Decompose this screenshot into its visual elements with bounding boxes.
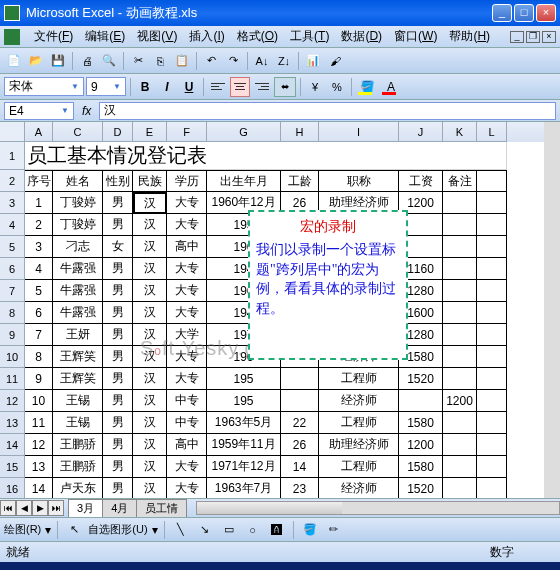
sort-desc-button[interactable]: Z↓	[274, 51, 294, 71]
cell[interactable]: 汉	[133, 456, 167, 478]
cell[interactable]: 经济师	[319, 390, 399, 412]
oval-button[interactable]: ○	[243, 520, 263, 540]
cell[interactable]: 195	[207, 368, 281, 390]
sheet-tab[interactable]: 员工情	[136, 499, 187, 517]
cell[interactable]: 14	[281, 456, 319, 478]
cell[interactable]	[477, 192, 507, 214]
preview-button[interactable]: 🔍	[99, 51, 119, 71]
cell[interactable]: 14	[25, 478, 53, 498]
row-header[interactable]: 6	[0, 258, 24, 280]
cell[interactable]: 男	[103, 412, 133, 434]
cell[interactable]: 牛露强	[53, 280, 103, 302]
cell[interactable]: 汉	[133, 324, 167, 346]
cell[interactable]: 助理经济师	[319, 434, 399, 456]
cell[interactable]: 汉	[133, 192, 167, 214]
cell[interactable]: 汉	[133, 236, 167, 258]
row-header[interactable]: 8	[0, 302, 24, 324]
cell[interactable]	[477, 456, 507, 478]
cell[interactable]	[443, 214, 477, 236]
cell[interactable]: 男	[103, 390, 133, 412]
cell[interactable]	[281, 390, 319, 412]
cell[interactable]	[443, 478, 477, 498]
drawing-button[interactable]: 🖌	[325, 51, 345, 71]
cell[interactable]: 汉	[133, 434, 167, 456]
cell[interactable]: 民族	[133, 170, 167, 192]
row-header[interactable]: 9	[0, 324, 24, 346]
maximize-button[interactable]: □	[514, 4, 534, 22]
cell[interactable]: 大专	[167, 478, 207, 498]
col-header[interactable]: G	[207, 122, 281, 142]
cell[interactable]	[477, 324, 507, 346]
cell[interactable]: 男	[103, 192, 133, 214]
cell[interactable]: 刁志	[53, 236, 103, 258]
align-right-button[interactable]	[252, 77, 272, 97]
cell[interactable]: 经济师	[319, 478, 399, 498]
line-button[interactable]: ╲	[171, 520, 191, 540]
percent-button[interactable]: %	[327, 77, 347, 97]
row-header[interactable]: 4	[0, 214, 24, 236]
tab-nav-button[interactable]: ⏭	[48, 500, 64, 516]
cell[interactable]: 汉	[133, 214, 167, 236]
cell[interactable]: 大学	[167, 324, 207, 346]
undo-button[interactable]: ↶	[201, 51, 221, 71]
underline-button[interactable]: U	[179, 77, 199, 97]
cell[interactable]: 8	[25, 346, 53, 368]
cell[interactable]: 大专	[167, 214, 207, 236]
cell[interactable]	[443, 302, 477, 324]
cell[interactable]: 男	[103, 456, 133, 478]
col-header[interactable]: K	[443, 122, 477, 142]
cell[interactable]: 1200	[443, 390, 477, 412]
cell[interactable]: 13	[25, 456, 53, 478]
cell[interactable]: 男	[103, 280, 133, 302]
menu-i[interactable]: 插入(I)	[183, 27, 230, 45]
row-header[interactable]: 13	[0, 412, 24, 434]
menu-v[interactable]: 视图(V)	[131, 27, 183, 45]
cell[interactable]	[399, 390, 443, 412]
bold-button[interactable]: B	[135, 77, 155, 97]
font-size-combo[interactable]: 9▼	[86, 77, 126, 96]
cell[interactable]: 男	[103, 434, 133, 456]
arrow-button[interactable]: ↘	[195, 520, 215, 540]
col-header[interactable]: H	[281, 122, 319, 142]
tab-nav-button[interactable]: ⏮	[0, 500, 16, 516]
cell[interactable]: 汉	[133, 368, 167, 390]
app-icon[interactable]	[4, 29, 20, 45]
new-button[interactable]: 📄	[4, 51, 24, 71]
row-header[interactable]: 5	[0, 236, 24, 258]
cell[interactable]: 5	[25, 280, 53, 302]
select-all[interactable]	[0, 122, 24, 142]
cell[interactable]: 10	[25, 390, 53, 412]
menu-f[interactable]: 文件(F)	[28, 27, 79, 45]
cell[interactable]: 备注	[443, 170, 477, 192]
minimize-button[interactable]: _	[492, 4, 512, 22]
col-header[interactable]: A	[25, 122, 53, 142]
cell[interactable]: 1963年7月	[207, 478, 281, 498]
cell[interactable]: 1	[25, 192, 53, 214]
name-box[interactable]: E4▼	[4, 102, 74, 120]
cell[interactable]: 高中	[167, 236, 207, 258]
cell[interactable]	[443, 412, 477, 434]
cell[interactable]: 6	[25, 302, 53, 324]
cell[interactable]: 1200	[399, 434, 443, 456]
cell[interactable]: 汉	[133, 346, 167, 368]
cell[interactable]: 牛露强	[53, 302, 103, 324]
cell[interactable]: 大专	[167, 280, 207, 302]
cell[interactable]: 卢天东	[53, 478, 103, 498]
fx-icon[interactable]: fx	[82, 104, 91, 118]
cell[interactable]	[477, 478, 507, 498]
autoshapes-menu[interactable]: 自选图形(U)	[88, 522, 147, 537]
row-header[interactable]: 1	[0, 142, 24, 170]
cell[interactable]: 2	[25, 214, 53, 236]
cell[interactable]: 工程师	[319, 368, 399, 390]
cell[interactable]	[281, 368, 319, 390]
chart-button[interactable]: 📊	[303, 51, 323, 71]
cell[interactable]: 汉	[133, 390, 167, 412]
cell[interactable]	[443, 236, 477, 258]
cell[interactable]	[477, 390, 507, 412]
cell[interactable]: 王锡	[53, 390, 103, 412]
cut-button[interactable]: ✂	[128, 51, 148, 71]
cell[interactable]: 大专	[167, 302, 207, 324]
cell[interactable]: 1520	[399, 368, 443, 390]
cell[interactable]	[477, 258, 507, 280]
vertical-scrollbar[interactable]	[544, 122, 560, 498]
